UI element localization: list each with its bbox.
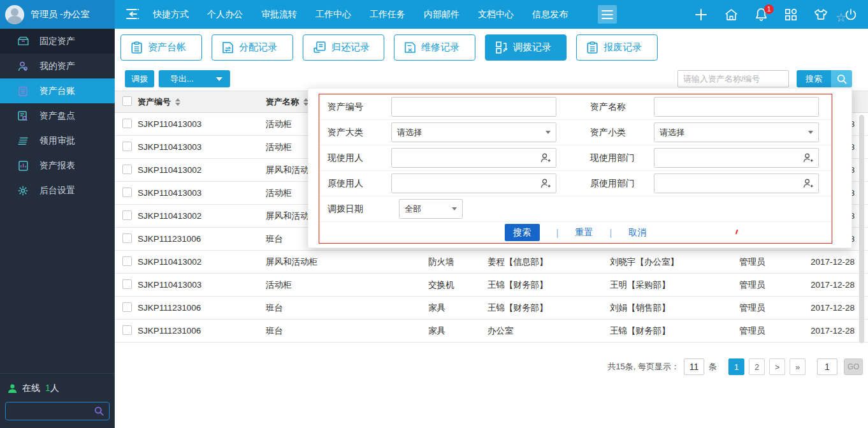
shirt-icon[interactable]	[814, 8, 828, 22]
cell-operator: 管理员	[739, 279, 811, 291]
transfer-date-select[interactable]: 全部	[399, 199, 463, 219]
tab-allocation-records[interactable]: 分配记录	[212, 34, 293, 61]
sidebar-item-asset-inventory[interactable]: 资产盘点	[0, 103, 115, 128]
search-button[interactable]: 搜索	[797, 70, 831, 87]
tab-scrap-records[interactable]: 报废记录	[576, 34, 658, 61]
home-icon[interactable]	[724, 8, 738, 22]
current-dept-input[interactable]	[660, 153, 803, 163]
sidebar-item-label: 固定资产	[40, 36, 75, 47]
modal-reset-button[interactable]: 重置	[575, 227, 593, 239]
row-checkbox[interactable]	[122, 256, 132, 266]
per-page-input[interactable]	[684, 358, 704, 375]
current-dept-field[interactable]	[654, 148, 819, 168]
sidebar-item-fixed-assets[interactable]: 固定资产	[0, 29, 115, 54]
collapse-menu-icon[interactable]	[125, 7, 140, 21]
current-user-field[interactable]	[391, 148, 556, 168]
export-dropdown-button[interactable]: 导出...	[159, 70, 230, 87]
nav-item-work-center[interactable]: 工作中心	[315, 9, 351, 20]
modal-row-date: 调拨日期 全部	[319, 196, 832, 222]
sidebar-search-icon[interactable]	[94, 406, 104, 416]
plus-icon[interactable]	[694, 8, 708, 22]
topbar-user-area[interactable]: 管理员 -办公室	[0, 0, 115, 29]
col-header-asset-name[interactable]: 资产名称	[266, 96, 299, 108]
original-user-input[interactable]	[397, 179, 540, 188]
sort-icon[interactable]	[175, 98, 180, 106]
tab-transfer-records[interactable]: 调拨记录	[485, 34, 567, 61]
online-status: 在线 1人	[5, 383, 110, 394]
sidebar-item-asset-reports[interactable]: 资产报表	[0, 153, 115, 178]
original-user-field[interactable]	[391, 173, 556, 193]
asset-name-input[interactable]	[660, 102, 813, 112]
row-checkbox[interactable]	[122, 325, 132, 335]
nav-item-document-center[interactable]: 文档中心	[478, 9, 514, 20]
annotation-red-box: 资产编号 资产名称 资产大类 请选择 资产小类 请选择 现使用人 现使用部门 原…	[319, 94, 832, 244]
search-icon	[837, 74, 847, 84]
sidebar-item-backend-settings[interactable]: 后台设置	[0, 178, 115, 203]
user-avatar[interactable]	[5, 5, 24, 24]
go-button[interactable]: GO	[844, 358, 863, 375]
sidebar-item-my-assets[interactable]: 我的资产	[0, 54, 115, 78]
sidebar-item-requisition-approval[interactable]: 领用审批	[0, 128, 115, 153]
tab-return-records[interactable]: 归还记录	[303, 34, 384, 61]
original-dept-field[interactable]	[654, 173, 819, 193]
row-checkbox[interactable]	[122, 119, 132, 128]
goto-page-input[interactable]	[817, 358, 837, 375]
major-class-select[interactable]: 请选择	[391, 122, 556, 142]
nav-item-shortcuts[interactable]: 快捷方式	[153, 9, 189, 20]
row-checkbox[interactable]	[122, 233, 132, 243]
asset-code-field[interactable]	[391, 97, 556, 117]
minor-class-select[interactable]: 请选择	[654, 122, 819, 142]
asset-search-input[interactable]	[677, 70, 789, 87]
per-page-unit: 条	[709, 361, 717, 373]
table-scrollbar[interactable]	[859, 115, 864, 343]
row-checkbox[interactable]	[122, 210, 132, 220]
row-checkbox[interactable]	[122, 302, 132, 312]
nav-item-work-tasks[interactable]: 工作任务	[370, 9, 405, 20]
table-row[interactable]: SJKP110413003 活动柜 交换机 王锦【财务部】 王明【采购部】 管理…	[115, 274, 868, 297]
tab-label: 分配记录	[239, 41, 277, 54]
current-user-input[interactable]	[397, 153, 540, 163]
tab-asset-ledger[interactable]: 资产台帐	[120, 34, 202, 61]
page-button-1[interactable]: 1	[728, 358, 744, 375]
select-all-checkbox[interactable]	[122, 96, 132, 106]
transfer-button[interactable]: 调拨	[125, 70, 154, 87]
nav-item-info-publish[interactable]: 信息发布	[532, 9, 568, 20]
tab-label: 维修记录	[421, 41, 459, 54]
col-header-asset-code[interactable]: 资产编号	[138, 96, 171, 108]
page-button-2[interactable]: 2	[749, 358, 765, 375]
last-page-button[interactable]: »	[790, 358, 806, 375]
person-add-icon[interactable]	[803, 179, 813, 188]
table-row[interactable]: SJKP111231006 班台 家具 王锦【财务部】 刘娟【销售部】 管理员 …	[115, 297, 868, 320]
sidebar-item-asset-ledger[interactable]: 资产台账	[0, 78, 115, 103]
asset-name-field[interactable]	[654, 97, 819, 117]
favorite-star-icon[interactable]: ☆	[835, 10, 846, 25]
row-checkbox[interactable]	[122, 279, 132, 289]
person-add-icon[interactable]	[540, 153, 551, 163]
modal-search-button[interactable]: 搜索	[505, 224, 540, 241]
sidebar-item-label: 后台设置	[40, 185, 75, 196]
row-checkbox[interactable]	[122, 188, 132, 197]
table-row[interactable]: SJKP110413002 屏风和活动柜 防火墙 姜程【信息部】 刘晓宇【办公室…	[115, 251, 868, 274]
next-page-button[interactable]: >	[769, 358, 785, 375]
cell-asset-name: 屏风和活动柜	[266, 256, 428, 268]
bell-icon[interactable]: 1	[754, 8, 768, 22]
person-add-icon[interactable]	[803, 153, 813, 163]
cell-operator: 管理员	[739, 325, 811, 337]
asset-code-input[interactable]	[397, 102, 551, 112]
apps-icon[interactable]	[784, 8, 798, 22]
search-icon-button[interactable]	[831, 70, 852, 87]
row-checkbox[interactable]	[122, 165, 132, 174]
original-dept-input[interactable]	[660, 179, 803, 188]
row-checkbox[interactable]	[122, 142, 132, 151]
nav-item-approval-flow[interactable]: 审批流转	[261, 9, 297, 20]
modal-cancel-button[interactable]: 取消	[628, 227, 646, 239]
chevron-down-icon	[546, 131, 551, 134]
table-row[interactable]: SJKP111231006 班台 家具 办公室 王锦【财务部】 管理员 2017…	[115, 320, 868, 343]
tab-repair-records[interactable]: 维修记录	[394, 34, 475, 61]
nav-item-personal-office[interactable]: 个人办公	[207, 9, 243, 20]
nav-item-internal-mail[interactable]: 内部邮件	[424, 9, 459, 20]
hamburger-icon[interactable]	[598, 5, 617, 24]
person-add-icon[interactable]	[540, 179, 551, 188]
doc-return-icon	[314, 41, 326, 53]
sidebar-search-input[interactable]	[6, 406, 94, 416]
